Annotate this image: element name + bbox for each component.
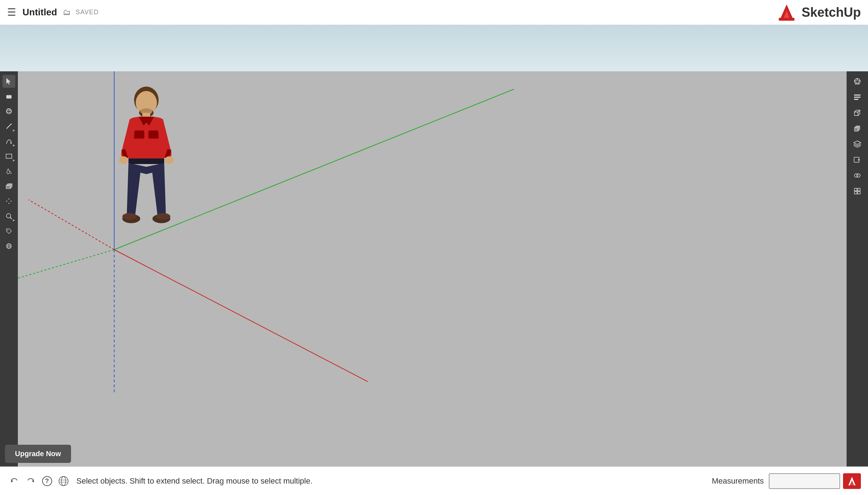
upgrade-now-button[interactable]: Upgrade Now [5, 445, 71, 463]
svg-marker-52 [854, 141, 861, 144]
tool-freehand[interactable]: ▶ [2, 135, 15, 148]
tool-tag[interactable] [2, 225, 15, 238]
tool-paint[interactable] [2, 165, 15, 178]
right-toolbar [847, 71, 868, 466]
location-button[interactable] [56, 474, 71, 488]
tool-orbit[interactable] [2, 105, 15, 118]
sketchup-logo-icon [776, 2, 797, 23]
tool-rectangle[interactable]: ▶ [2, 150, 15, 163]
svg-point-65 [59, 476, 68, 486]
svg-point-19 [8, 244, 10, 249]
svg-point-6 [6, 110, 11, 112]
bottom-bar: ? Select objects. Shift to extend select… [0, 466, 868, 495]
svg-marker-61 [11, 480, 13, 483]
saved-badge: SAVED [76, 9, 99, 16]
svg-point-39 [122, 213, 137, 220]
help-button[interactable]: ? [40, 474, 54, 488]
svg-marker-62 [32, 480, 34, 483]
svg-point-41 [156, 213, 171, 220]
sketchup-bottom-icon [843, 473, 861, 489]
left-toolbar: ▶ ▶ ▶ [0, 71, 18, 466]
measurements-input[interactable] [769, 473, 840, 489]
svg-point-15 [6, 214, 11, 218]
svg-rect-60 [858, 192, 860, 194]
tool-layers[interactable] [851, 138, 864, 150]
svg-point-17 [7, 230, 9, 231]
tool-scenes[interactable] [851, 153, 864, 166]
header: ☰ Untitled 🗂 SAVED SketchUp [0, 0, 868, 25]
svg-point-9 [10, 142, 12, 144]
tool-eraser[interactable] [2, 90, 15, 103]
svg-rect-12 [6, 185, 10, 189]
tool-select[interactable] [2, 75, 15, 88]
svg-rect-57 [854, 188, 857, 191]
svg-rect-33 [134, 131, 144, 138]
svg-rect-2 [779, 18, 794, 21]
person-figure [111, 75, 182, 253]
svg-point-56 [857, 174, 860, 177]
tool-measure[interactable]: ▶ [2, 210, 15, 223]
tool-styles[interactable] [851, 75, 864, 88]
svg-text:?: ? [45, 478, 49, 485]
svg-rect-37 [128, 158, 164, 164]
svg-line-11 [10, 170, 11, 173]
file-icon[interactable]: 🗂 [63, 8, 71, 17]
measurements-label: Measurements [712, 476, 764, 486]
svg-rect-58 [858, 188, 860, 191]
svg-point-35 [119, 156, 128, 164]
tool-xray[interactable] [851, 169, 864, 182]
tool-components[interactable] [851, 106, 864, 119]
tool-push-pull[interactable] [2, 180, 15, 193]
svg-rect-49 [854, 128, 858, 131]
tool-location[interactable] [2, 240, 15, 252]
svg-line-16 [10, 218, 12, 219]
logo-text: SketchUp [802, 5, 861, 20]
status-message: Select objects. Shift to extend select. … [76, 476, 712, 486]
undo-button[interactable] [7, 474, 21, 488]
svg-rect-44 [854, 97, 861, 98]
sketchup-logo: SketchUp [776, 2, 861, 23]
svg-point-36 [165, 156, 174, 164]
tool-move[interactable] [2, 195, 15, 208]
redo-button[interactable] [24, 474, 38, 488]
tool-line[interactable]: ▶ [2, 120, 15, 133]
tool-extension[interactable] [851, 185, 864, 198]
svg-rect-46 [854, 112, 858, 116]
svg-rect-34 [148, 131, 158, 138]
document-title: Untitled [22, 7, 57, 18]
svg-point-18 [6, 244, 11, 249]
svg-rect-45 [854, 99, 858, 100]
tool-solid-inspector[interactable] [851, 122, 864, 135]
viewport-canvas[interactable] [18, 71, 868, 466]
menu-button[interactable]: ☰ [7, 6, 16, 18]
svg-marker-48 [858, 110, 860, 116]
svg-rect-43 [854, 95, 861, 96]
tool-entity-info[interactable] [851, 91, 864, 103]
svg-rect-10 [6, 154, 12, 158]
sky-area [0, 25, 868, 71]
svg-point-66 [61, 476, 66, 486]
svg-rect-59 [854, 192, 857, 194]
